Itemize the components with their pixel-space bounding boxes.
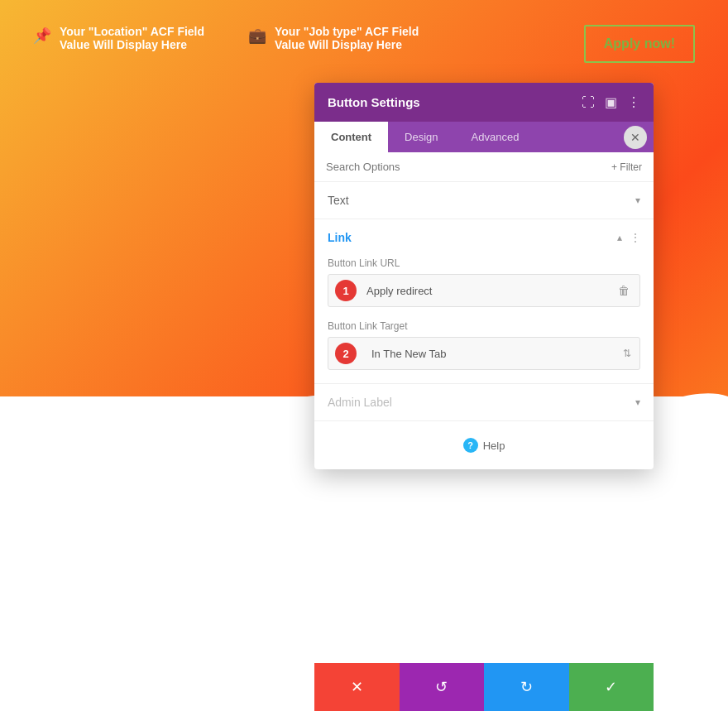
target-row: 2 In The New Tab In The Same Tab ⇅ bbox=[328, 337, 640, 370]
text-section-arrow: ▾ bbox=[635, 195, 640, 206]
location-field: 📌 Your "Location" ACF Field Value Will D… bbox=[33, 25, 215, 51]
step-1-badge: 1 bbox=[335, 280, 357, 301]
delete-url-icon[interactable]: 🗑 bbox=[608, 277, 639, 304]
pin-icon: 📌 bbox=[33, 26, 51, 45]
link-section-header[interactable]: Link ▴ ⋮ bbox=[314, 219, 654, 256]
undo-button[interactable]: ↺ bbox=[400, 663, 485, 711]
search-bar: + Filter bbox=[314, 152, 654, 182]
columns-icon[interactable]: ▣ bbox=[605, 94, 617, 110]
expand-icon[interactable]: ⛶ bbox=[582, 95, 595, 110]
more-options-icon[interactable]: ⋮ bbox=[627, 94, 640, 110]
link-section-body: Button Link URL 1 Apply redirect 🗑 Butto… bbox=[314, 256, 654, 383]
search-input[interactable] bbox=[326, 161, 491, 173]
button-link-url-label: Button Link URL bbox=[328, 256, 640, 269]
panel-header-icons: ⛶ ▣ ⋮ bbox=[582, 94, 640, 110]
url-row: 1 Apply redirect 🗑 bbox=[328, 274, 640, 307]
panel-title: Button Settings bbox=[328, 95, 420, 109]
admin-label-section[interactable]: Admin Label ▾ bbox=[314, 384, 654, 421]
link-section: Link ▴ ⋮ Button Link URL 1 Apply redirec… bbox=[314, 219, 654, 384]
location-field-text: Your "Location" ACF Field Value Will Dis… bbox=[60, 25, 215, 51]
text-section: Text ▾ bbox=[314, 182, 654, 219]
help-button[interactable]: ? Help bbox=[463, 438, 505, 453]
filter-button[interactable]: + Filter bbox=[611, 161, 642, 173]
redo-button[interactable]: ↻ bbox=[484, 663, 569, 711]
apply-now-button[interactable]: Apply now! bbox=[584, 25, 695, 63]
text-section-header[interactable]: Text ▾ bbox=[314, 182, 654, 219]
text-section-title: Text bbox=[328, 194, 349, 207]
button-settings-panel: Button Settings ⛶ ▣ ⋮ Content Design Adv… bbox=[314, 83, 654, 469]
close-panel-button[interactable]: ✕ bbox=[624, 126, 647, 149]
tab-advanced[interactable]: Advanced bbox=[455, 122, 536, 152]
url-value: Apply redirect bbox=[363, 278, 608, 304]
link-section-title: Link bbox=[328, 231, 352, 244]
help-label: Help bbox=[483, 440, 505, 452]
panel-header: Button Settings ⛶ ▣ ⋮ bbox=[314, 83, 654, 122]
button-link-target-label: Button Link Target bbox=[328, 319, 640, 332]
panel-tabs: Content Design Advanced ✕ bbox=[314, 122, 654, 152]
bottom-toolbar: ✕ ↺ ↻ ✓ bbox=[314, 663, 654, 711]
admin-label-title: Admin Label bbox=[328, 396, 392, 409]
admin-label-arrow: ▾ bbox=[635, 396, 640, 408]
job-type-field: 💼 Your "Job type" ACF Field Value Will D… bbox=[248, 25, 430, 51]
link-section-icons: ▴ ⋮ bbox=[617, 232, 640, 243]
save-button[interactable]: ✓ bbox=[569, 663, 654, 711]
cancel-button[interactable]: ✕ bbox=[314, 663, 400, 711]
job-type-field-text: Your "Job type" ACF Field Value Will Dis… bbox=[275, 25, 430, 51]
tab-design[interactable]: Design bbox=[388, 122, 454, 152]
link-section-collapse-icon[interactable]: ▴ bbox=[617, 232, 622, 243]
top-content-area: 📌 Your "Location" ACF Field Value Will D… bbox=[0, 0, 728, 88]
link-section-more-icon[interactable]: ⋮ bbox=[630, 232, 640, 243]
tab-content[interactable]: Content bbox=[314, 122, 388, 152]
briefcase-icon: 💼 bbox=[248, 26, 266, 45]
help-area: ? Help bbox=[314, 421, 654, 469]
select-arrow-icon: ⇅ bbox=[615, 341, 639, 366]
help-icon: ? bbox=[463, 438, 478, 453]
link-target-select[interactable]: In The New Tab In The Same Tab bbox=[363, 341, 615, 367]
step-2-badge: 2 bbox=[335, 343, 357, 364]
